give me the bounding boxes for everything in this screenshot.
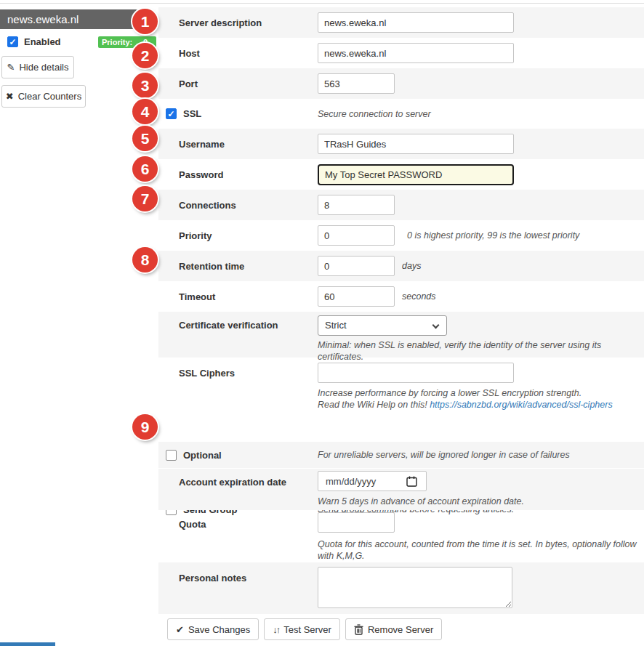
ssl-ciphers-help-2-text: Read the Wiki Help on this! <box>318 400 430 410</box>
enabled-row: ✓ Enabled <box>7 36 61 47</box>
check-icon: ✔ <box>176 624 184 635</box>
account-expiration-date-input[interactable]: mm/dd/yyyy <box>318 471 427 491</box>
annotation-number: 6 <box>141 161 150 178</box>
hide-details-label: Hide details <box>19 62 68 73</box>
ssl-ciphers-field: Increase performance by forcing a lower … <box>318 363 613 411</box>
save-changes-button[interactable]: ✔ Save Changes <box>167 618 259 640</box>
priority-badge-label: Priority: <box>102 38 132 47</box>
timeout-input[interactable] <box>318 286 395 307</box>
optional-help: For unreliable servers, will be ignored … <box>318 450 570 460</box>
username-label: Username <box>179 139 318 150</box>
certificate-verification-select[interactable]: Strict <box>318 315 447 336</box>
port-input[interactable] <box>318 73 395 94</box>
footer-actions: ✔ Save Changes ↓↑ Test Server Remove Ser… <box>167 618 442 640</box>
ssl-checkbox[interactable]: ✓ <box>166 108 177 119</box>
username-input[interactable] <box>318 134 514 154</box>
connections-input[interactable] <box>318 195 395 215</box>
clear-counters-button[interactable]: ✖ Clear Counters <box>1 85 86 108</box>
row-certificate-verification: Certificate verification Strict Minimal:… <box>158 312 644 358</box>
password-label: Password <box>179 169 318 180</box>
ssl-ciphers-help-1: Increase performance by forcing a lower … <box>318 387 613 399</box>
add-server-button-partial[interactable] <box>0 642 55 646</box>
row-ssl-ciphers: SSL Ciphers Increase performance by forc… <box>158 358 644 412</box>
quota-label: Quota <box>179 512 318 530</box>
optional-label: Optional <box>183 450 222 461</box>
host-input[interactable] <box>318 43 514 63</box>
row-server-description: Server description <box>158 7 644 38</box>
date-placeholder: mm/dd/yyyy <box>326 476 376 487</box>
row-quota: Quota Quota for this account, counted fr… <box>158 510 644 562</box>
annotation-circle-9: 9 <box>132 414 158 440</box>
hide-details-button[interactable]: ✎ Hide details <box>1 56 74 78</box>
timeout-label: Timeout <box>179 291 318 302</box>
calendar-icon[interactable] <box>406 476 417 487</box>
priority-help: 0 is highest priority, 99 is the lowest … <box>407 230 579 241</box>
annotation-number: 7 <box>141 190 150 208</box>
account-expiration-label: Account expiration date <box>179 471 318 488</box>
quota-input[interactable] <box>318 512 395 533</box>
certificate-verification-label: Certificate verification <box>179 315 318 331</box>
test-server-label: Test Server <box>283 624 331 635</box>
personal-notes-label: Personal notes <box>179 567 318 584</box>
row-password: Password <box>158 159 644 190</box>
server-description-input[interactable] <box>318 12 514 33</box>
enabled-checkbox[interactable]: ✓ <box>7 36 18 47</box>
annotation-circle-4: 4 <box>132 99 158 124</box>
ssl-ciphers-input[interactable] <box>318 363 514 383</box>
server-title: news.eweka.nl <box>7 13 79 25</box>
priority-label: Priority <box>179 230 318 241</box>
ssl-ciphers-label: SSL Ciphers <box>179 363 318 379</box>
row-connections: Connections <box>158 190 644 220</box>
account-expiration-help: Warn 5 days in advance of account expira… <box>318 496 524 507</box>
host-label: Host <box>179 48 318 59</box>
server-title-bar: news.eweka.nl <box>0 9 142 29</box>
clear-counters-label: Clear Counters <box>18 91 81 102</box>
server-config-page: news.eweka.nl ✓ Enabled Priority: 0 ✎ Hi… <box>0 0 644 646</box>
ssl-ciphers-wiki-link[interactable]: https://sabnzbd.org/wiki/advanced/ssl-ci… <box>430 400 613 410</box>
retention-label: Retention time <box>179 261 318 272</box>
row-account-expiration: Account expiration date mm/dd/yyyy Warn … <box>158 469 644 510</box>
annotation-circle-7: 7 <box>132 186 158 211</box>
pencil-icon: ✎ <box>7 62 15 73</box>
retention-unit: days <box>402 261 421 271</box>
row-port: Port <box>158 68 644 99</box>
annotation-number: 4 <box>141 103 150 121</box>
optional-checkbox[interactable] <box>166 450 177 461</box>
annotation-number: 8 <box>141 251 150 269</box>
timeout-unit: seconds <box>402 291 436 302</box>
row-optional: Optional For unreliable servers, will be… <box>158 442 644 468</box>
port-label: Port <box>179 78 318 89</box>
account-expiration-field: mm/dd/yyyy Warn 5 days in advance of acc… <box>318 471 524 507</box>
row-ssl: ✓ SSL Secure connection to server <box>158 99 644 129</box>
remove-server-button[interactable]: Remove Server <box>345 618 442 640</box>
server-form: Server description Host Port ✓ SSL Secur… <box>158 0 644 646</box>
certificate-verification-value: Strict <box>325 320 347 331</box>
chevron-down-icon <box>432 322 440 329</box>
annotation-circle-1: 1 <box>132 9 158 34</box>
password-input[interactable] <box>318 164 514 185</box>
row-priority: Priority 0 is highest priority, 99 is th… <box>158 220 644 251</box>
ssl-ciphers-help-2: Read the Wiki Help on this! https://sabn… <box>318 399 613 411</box>
annotation-number: 5 <box>141 130 150 148</box>
connections-label: Connections <box>179 200 318 211</box>
annotation-number: 9 <box>141 419 150 436</box>
test-arrows-icon: ↓↑ <box>273 624 279 635</box>
save-changes-label: Save Changes <box>188 624 250 635</box>
annotation-number: 1 <box>141 13 150 31</box>
row-timeout: Timeout seconds <box>158 281 644 312</box>
quota-help-1: Quota for this account, counted from the… <box>318 538 644 562</box>
annotation-number: 2 <box>141 47 150 65</box>
row-personal-notes: Personal notes <box>158 562 644 614</box>
personal-notes-textarea[interactable] <box>318 567 512 608</box>
retention-input[interactable] <box>318 256 395 276</box>
priority-input[interactable] <box>318 225 395 246</box>
annotation-circle-5: 5 <box>132 126 158 151</box>
test-server-button[interactable]: ↓↑ Test Server <box>264 618 340 640</box>
annotation-circle-3: 3 <box>132 73 158 98</box>
remove-server-label: Remove Server <box>368 624 433 635</box>
annotation-number: 3 <box>141 77 150 94</box>
annotation-circle-6: 6 <box>132 156 158 182</box>
row-retention: Retention time days <box>158 251 644 281</box>
ssl-help: Secure connection to server <box>318 109 431 119</box>
enabled-label: Enabled <box>24 36 61 47</box>
